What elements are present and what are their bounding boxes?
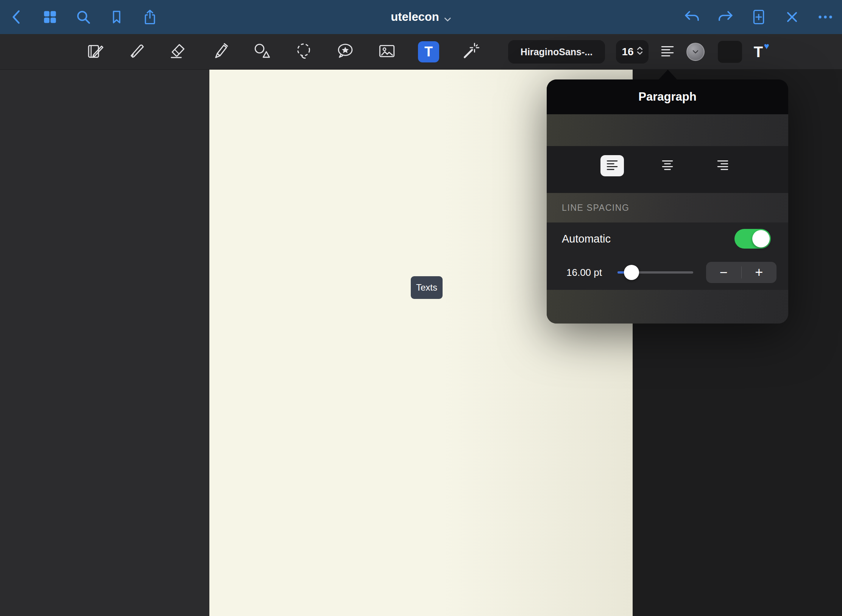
paragraph-options-button[interactable] <box>656 42 679 61</box>
add-page-button[interactable] <box>750 8 768 26</box>
popover-body: Paragraph <box>547 79 788 324</box>
image-icon <box>377 41 397 62</box>
align-left-button[interactable] <box>600 155 624 176</box>
close-button[interactable] <box>783 8 801 26</box>
automatic-row: Automatic <box>547 222 788 255</box>
back-button[interactable] <box>8 8 26 26</box>
highlighter-icon <box>210 41 230 62</box>
line-spacing-section: LINE SPACING <box>547 193 788 222</box>
chevron-down-icon <box>692 48 699 55</box>
tools-toolbar: T HiraginoSans-... 16 <box>0 34 842 70</box>
sticker-star-icon <box>335 41 355 62</box>
text-style-favorite-button[interactable]: T ♥ <box>747 40 770 64</box>
chevron-left-icon <box>10 9 23 25</box>
elements-tool-button[interactable] <box>335 41 356 62</box>
document-title-label: utelecon <box>391 10 439 24</box>
lasso-icon <box>294 41 313 62</box>
popover-footer <box>547 290 788 324</box>
popover-title: Paragraph <box>638 90 696 104</box>
search-button[interactable] <box>74 8 92 26</box>
selected-text-object[interactable]: Texts <box>411 276 443 299</box>
toggle-knob <box>752 230 770 247</box>
line-spacing-slider[interactable] <box>617 255 693 290</box>
popover-arrow <box>658 70 678 80</box>
dimmed-tool-button[interactable] <box>718 41 742 63</box>
align-lines-icon <box>660 45 675 59</box>
bookmark-icon <box>109 9 124 25</box>
image-tool-button[interactable] <box>376 41 398 62</box>
eraser-icon <box>169 41 189 62</box>
decrease-button[interactable]: − <box>706 262 741 283</box>
notebook-pen-icon <box>86 41 105 62</box>
lasso-tool-button[interactable] <box>293 41 314 62</box>
eraser-tool-button[interactable] <box>168 41 189 62</box>
popover-header: Paragraph <box>547 79 788 114</box>
automatic-label: Automatic <box>562 233 611 245</box>
align-right-button[interactable] <box>711 155 734 176</box>
close-icon <box>785 10 799 24</box>
align-center-icon <box>661 159 674 172</box>
chevron-down-icon <box>444 11 451 25</box>
redo-icon <box>717 10 733 24</box>
shapes-tool-button[interactable] <box>251 41 273 62</box>
pen-icon <box>127 41 147 62</box>
increase-button[interactable]: + <box>742 262 777 283</box>
text-color-button[interactable] <box>686 43 705 61</box>
shapes-icon <box>252 41 272 62</box>
align-center-button[interactable] <box>656 155 679 176</box>
bookmark-button[interactable] <box>108 8 126 26</box>
plus-icon: + <box>755 264 763 280</box>
popover-gap <box>547 185 788 193</box>
minus-icon: − <box>720 264 728 280</box>
font-size-value: 16 <box>622 46 633 58</box>
heart-icon: ♥ <box>764 41 769 51</box>
text-tool-button[interactable]: T <box>418 41 439 62</box>
share-button[interactable] <box>141 8 159 26</box>
font-family-button[interactable]: HiraginoSans-... <box>508 40 605 64</box>
redo-button[interactable] <box>716 8 734 26</box>
paragraph-popover: Paragraph <box>547 79 788 324</box>
laser-pointer-icon <box>460 41 480 62</box>
top-navigation-bar: utelecon <box>0 0 842 34</box>
text-tool-icon: T <box>424 44 433 60</box>
automatic-toggle[interactable] <box>734 229 771 249</box>
undo-icon <box>684 10 700 24</box>
thumbnails-button[interactable] <box>41 8 59 26</box>
line-spacing-section-label: LINE SPACING <box>562 203 630 213</box>
line-spacing-value: 16.00 pt <box>566 255 602 290</box>
add-page-icon <box>752 9 766 25</box>
text-object-label: Texts <box>416 282 437 293</box>
share-icon <box>142 9 157 25</box>
pointer-tool-button[interactable] <box>460 41 481 62</box>
align-right-icon <box>716 159 730 172</box>
spacing-row: 16.00 pt − + <box>547 255 788 290</box>
edit-mode-button[interactable] <box>85 41 106 62</box>
font-family-label: HiraginoSans-... <box>521 47 593 58</box>
slider-thumb[interactable] <box>624 265 639 280</box>
up-down-chevrons-icon <box>637 45 643 59</box>
document-title[interactable]: utelecon <box>391 0 451 34</box>
popover-spacer-band <box>547 114 788 146</box>
align-left-icon <box>605 159 619 172</box>
grid-icon <box>42 9 58 25</box>
alignment-row <box>547 146 788 185</box>
search-icon <box>76 9 91 25</box>
spacing-stepper: − + <box>706 262 777 283</box>
app-screen: utelecon <box>0 0 842 616</box>
more-button[interactable] <box>816 8 834 26</box>
highlighter-tool-button[interactable] <box>210 41 231 62</box>
undo-button[interactable] <box>683 8 701 26</box>
ellipsis-icon <box>817 13 833 21</box>
text-style-icon: T <box>754 44 763 61</box>
pen-tool-button[interactable] <box>126 41 148 62</box>
font-size-button[interactable]: 16 <box>616 40 649 64</box>
